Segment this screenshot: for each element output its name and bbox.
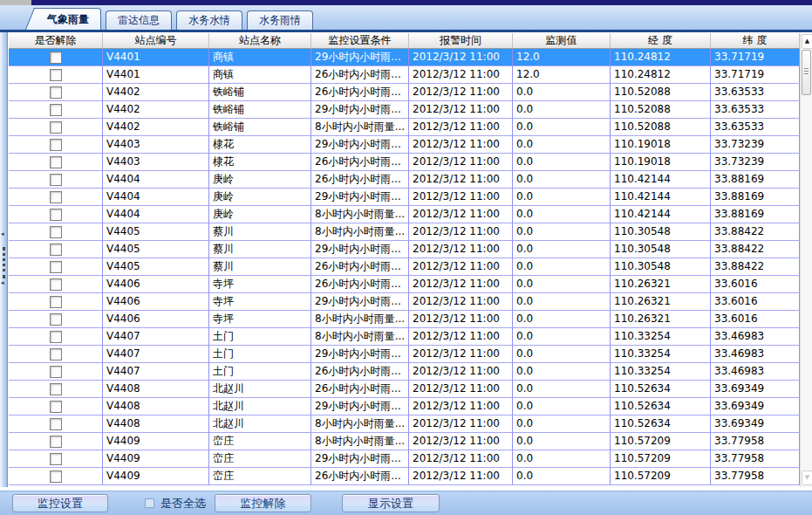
table-row[interactable]: V4404庚岭26小时内小时雨...2012/3/12 11:000.0110.… xyxy=(9,171,800,189)
cell-condition: 8小时内小时雨量... xyxy=(311,433,409,450)
release-checkbox[interactable] xyxy=(50,156,62,168)
column-header-condition[interactable]: 监控设置条件 xyxy=(311,33,409,48)
release-checkbox[interactable] xyxy=(50,209,62,221)
cell-id: V4405 xyxy=(103,223,209,241)
collapse-left-icon[interactable]: ◂ xyxy=(1,231,4,237)
monitor-settings-button[interactable]: 监控设置 xyxy=(12,494,108,512)
table-row[interactable]: V4403棣花29小时内小时雨...2012/3/12 11:000.0110.… xyxy=(9,136,800,154)
table-row[interactable]: V4401商镇26小时内小时雨...2012/3/12 11:0012.0110… xyxy=(9,66,800,84)
monitor-release-button[interactable]: 监控解除 xyxy=(215,494,311,512)
table-row[interactable]: V4402铁峪铺8小时内小时雨量...2012/3/12 11:000.0110… xyxy=(9,119,800,136)
table-row[interactable]: V4406寺坪29小时内小时雨...2012/3/12 11:000.0110.… xyxy=(9,293,800,311)
release-checkbox[interactable] xyxy=(50,348,62,360)
table-row[interactable]: V4409峦庄8小时内小时雨量...2012/3/12 11:000.0110.… xyxy=(9,433,800,450)
cell-name: 峦庄 xyxy=(209,468,311,485)
release-checkbox[interactable] xyxy=(50,383,62,395)
table-row[interactable]: V4408北赵川29小时内小时雨...2012/3/12 11:000.0110… xyxy=(9,398,800,415)
release-checkbox[interactable] xyxy=(50,226,62,238)
release-checkbox[interactable] xyxy=(50,244,62,256)
column-header-station-name[interactable]: 站点名称 xyxy=(209,33,311,48)
release-checkbox[interactable] xyxy=(50,261,62,273)
release-checkbox[interactable] xyxy=(50,436,62,448)
scrollbar-thumb[interactable] xyxy=(802,50,811,95)
column-header-value[interactable]: 监测值 xyxy=(513,33,611,48)
cell-value: 0.0 xyxy=(513,381,611,398)
table-row[interactable]: V4409峦庄29小时内小时雨...2012/3/12 11:000.0110.… xyxy=(9,450,800,468)
release-checkbox-cell xyxy=(9,189,103,206)
release-checkbox[interactable] xyxy=(50,296,62,308)
cell-name: 土门 xyxy=(209,363,311,381)
tab-water-rain-condition[interactable]: 水务雨情 xyxy=(247,10,313,30)
table-row[interactable]: V4406寺坪26小时内小时雨...2012/3/12 11:000.0110.… xyxy=(9,276,800,293)
collapse-left-icon[interactable]: ◂ xyxy=(1,280,4,286)
cell-value: 0.0 xyxy=(513,241,611,258)
release-checkbox[interactable] xyxy=(50,366,62,378)
release-checkbox[interactable] xyxy=(50,453,62,465)
column-header-release[interactable]: 是否解除 xyxy=(9,33,103,48)
select-all-checkbox[interactable] xyxy=(145,498,154,508)
release-checkbox[interactable] xyxy=(50,104,62,116)
cell-time: 2012/3/12 11:00 xyxy=(409,189,513,206)
table-row[interactable]: V4404庚岭29小时内小时雨...2012/3/12 11:000.0110.… xyxy=(9,189,800,206)
table-row[interactable]: V4407土门26小时内小时雨...2012/3/12 11:000.0110.… xyxy=(9,363,800,381)
cell-condition: 26小时内小时雨... xyxy=(311,468,409,485)
cell-id: V4405 xyxy=(103,258,209,276)
cell-name: 铁峪铺 xyxy=(209,119,311,136)
tab-water-condition[interactable]: 水务水情 xyxy=(176,10,242,30)
release-checkbox[interactable] xyxy=(50,191,62,203)
cell-value: 0.0 xyxy=(513,346,611,363)
table-row[interactable]: V4407土门8小时内小时雨量...2012/3/12 11:000.0110.… xyxy=(9,328,800,346)
release-checkbox[interactable] xyxy=(50,470,62,483)
release-checkbox[interactable] xyxy=(50,52,62,64)
release-checkbox[interactable] xyxy=(50,174,62,186)
table-row[interactable]: V4402铁峪铺29小时内小时雨...2012/3/12 11:000.0110… xyxy=(9,101,800,119)
release-checkbox[interactable] xyxy=(50,139,62,151)
release-checkbox-cell xyxy=(9,241,103,258)
left-splitter[interactable]: ◂ ◂ xyxy=(0,32,8,515)
cell-lon: 110.33254 xyxy=(611,346,711,363)
release-checkbox[interactable] xyxy=(50,313,62,326)
display-settings-button[interactable]: 显示设置 xyxy=(342,494,440,512)
cell-condition: 26小时内小时雨... xyxy=(311,154,409,171)
table-row[interactable]: V4405蔡川29小时内小时雨...2012/3/12 11:000.0110.… xyxy=(9,241,800,258)
tab-radar-info[interactable]: 雷达信息 xyxy=(106,10,172,30)
table-row[interactable]: V4401商镇29小时内小时雨...2012/3/12 11:0012.0110… xyxy=(9,49,800,66)
cell-id: V4402 xyxy=(103,101,209,119)
table-row[interactable]: V4409峦庄26小时内小时雨...2012/3/12 11:000.0110.… xyxy=(9,468,800,485)
cell-time: 2012/3/12 11:00 xyxy=(409,49,513,66)
release-checkbox[interactable] xyxy=(50,69,62,81)
table-row[interactable]: V4402铁峪铺26小时内小时雨...2012/3/12 11:000.0110… xyxy=(9,84,800,101)
cell-id: V4408 xyxy=(103,415,209,433)
cell-value: 0.0 xyxy=(513,154,611,171)
release-checkbox[interactable] xyxy=(50,401,62,413)
table-row[interactable]: V4405蔡川8小时内小时雨量...2012/3/12 11:000.0110.… xyxy=(9,223,800,241)
table-row[interactable]: V4408北赵川8小时内小时雨量...2012/3/12 11:000.0110… xyxy=(9,415,800,433)
cell-lon: 110.26321 xyxy=(611,276,711,293)
vertical-scrollbar[interactable]: ▲ ▼ xyxy=(800,33,812,487)
release-checkbox[interactable] xyxy=(50,121,62,134)
release-checkbox-cell xyxy=(9,136,103,154)
column-header-alarm-time[interactable]: 报警时间 xyxy=(409,33,513,48)
table-row[interactable]: V4408北赵川26小时内小时雨...2012/3/12 11:000.0110… xyxy=(9,381,800,398)
cell-condition: 29小时内小时雨... xyxy=(311,450,409,468)
scroll-down-icon[interactable]: ▼ xyxy=(802,470,812,485)
column-header-latitude[interactable]: 纬 度 xyxy=(711,33,800,48)
cell-lat: 33.63533 xyxy=(711,84,800,101)
release-checkbox[interactable] xyxy=(50,331,62,343)
splitter-grip[interactable] xyxy=(3,247,5,278)
column-header-station-id[interactable]: 站点编号 xyxy=(103,33,209,48)
table-row[interactable]: V4405蔡川26小时内小时雨...2012/3/12 11:000.0110.… xyxy=(9,258,800,276)
release-checkbox[interactable] xyxy=(50,278,62,291)
cell-name: 庚岭 xyxy=(209,206,311,223)
table-row[interactable]: V4406寺坪8小时内小时雨量...2012/3/12 11:000.0110.… xyxy=(9,311,800,328)
tab-weather-rainfall[interactable]: 气象雨量 xyxy=(35,8,101,30)
cell-time: 2012/3/12 11:00 xyxy=(409,119,513,136)
table-row[interactable]: V4407土门29小时内小时雨...2012/3/12 11:000.0110.… xyxy=(9,346,800,363)
release-checkbox[interactable] xyxy=(50,418,62,430)
table-row[interactable]: V4404庚岭8小时内小时雨量...2012/3/12 11:000.0110.… xyxy=(9,206,800,223)
scroll-up-icon[interactable]: ▲ xyxy=(802,34,812,49)
column-header-longitude[interactable]: 经 度 xyxy=(611,33,711,48)
release-checkbox[interactable] xyxy=(50,86,62,99)
table-row[interactable]: V4403棣花26小时内小时雨...2012/3/12 11:000.0110.… xyxy=(9,154,800,171)
cell-id: V4403 xyxy=(103,154,209,171)
